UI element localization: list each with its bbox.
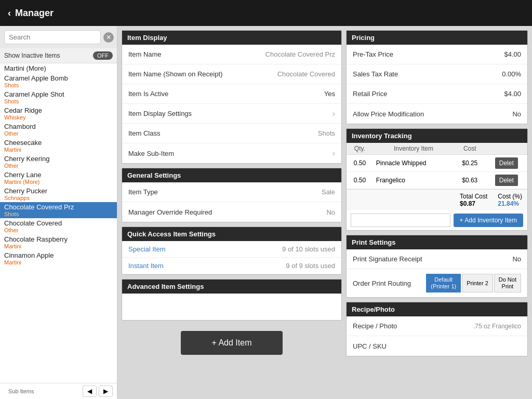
item-sub: Martini bbox=[4, 147, 113, 153]
add-item-bar: + Add Item bbox=[122, 325, 342, 361]
do-not-print-button[interactable]: Do Not Print bbox=[494, 274, 521, 292]
recipe-header: Recipe/Photo bbox=[347, 302, 527, 316]
receipt-name-row[interactable]: Item Name (Shown on Receipt) Chocolate C… bbox=[122, 64, 341, 84]
item-class-row[interactable]: Item Class Shots bbox=[122, 124, 341, 143]
general-settings-header: General Settings bbox=[122, 168, 341, 182]
list-item[interactable]: Martini (More) bbox=[0, 63, 117, 73]
list-item[interactable]: Cherry KeeringOther bbox=[0, 154, 117, 170]
special-item-row[interactable]: Special Item 9 of 10 slots used bbox=[122, 241, 341, 258]
delete-button[interactable]: Delet bbox=[495, 157, 518, 169]
nav-prev-button[interactable]: ◀ bbox=[83, 385, 97, 397]
recipe-value: .75 oz Frangelico bbox=[473, 323, 521, 330]
delete-button[interactable]: Delet bbox=[495, 175, 518, 186]
list-item[interactable]: ChambordOther bbox=[0, 122, 117, 138]
tax-rate-value: 0.00% bbox=[502, 70, 521, 78]
retail-price-label: Retail Price bbox=[353, 90, 387, 98]
search-bar: ✕ bbox=[0, 26, 117, 48]
advanced-settings-section: Advanced Item Settings bbox=[122, 279, 342, 321]
back-button[interactable]: ‹ bbox=[8, 8, 11, 19]
inv-qty: 0.50 bbox=[347, 155, 373, 172]
toggle-row: Show Inactive Items OFF bbox=[0, 48, 117, 63]
inv-cost: $0.63 bbox=[454, 172, 485, 189]
item-sub: Whiskey bbox=[4, 114, 113, 121]
instant-item-row[interactable]: Instant Item 9 of 9 slots used bbox=[122, 258, 341, 274]
list-item[interactable]: Chocolate Covered PrzShots bbox=[0, 202, 117, 218]
inventory-section: Inventory Tracking Qty. Inventory Item C… bbox=[346, 128, 528, 231]
item-sub: Shots bbox=[4, 211, 113, 217]
search-input[interactable] bbox=[4, 30, 101, 44]
recipe-label: Recipe / Photo bbox=[353, 322, 397, 330]
item-name: Chambord bbox=[4, 123, 113, 130]
item-sub: Other bbox=[4, 130, 113, 137]
recipe-row[interactable]: Recipe / Photo .75 oz Frangelico bbox=[347, 316, 527, 336]
nav-next-button[interactable]: ▶ bbox=[99, 385, 113, 397]
item-active-label: Item Is Active bbox=[128, 90, 168, 98]
display-settings-row[interactable]: Item Display Settings › bbox=[122, 104, 341, 124]
item-sub: Martini bbox=[4, 259, 113, 265]
item-name: Caramel Apple Bomb bbox=[4, 74, 113, 82]
retail-price-row[interactable]: Retail Price $4.00 bbox=[347, 84, 527, 104]
price-mod-row[interactable]: Allow Price Modification No bbox=[347, 104, 527, 124]
print-settings-section: Print Settings Print Signature Receipt N… bbox=[346, 235, 528, 298]
manager-override-row[interactable]: Manager Override Required No bbox=[122, 202, 341, 222]
right-column: Pricing Pre-Tax Price $4.00 Sales Tax Ra… bbox=[346, 30, 528, 395]
upc-label: UPC / SKU bbox=[353, 342, 387, 350]
search-clear-button[interactable]: ✕ bbox=[103, 32, 114, 43]
inventory-search-input[interactable] bbox=[351, 214, 450, 227]
action-col-header bbox=[485, 143, 527, 155]
cost-col-header: Cost bbox=[454, 143, 485, 155]
print-settings-header: Print Settings bbox=[347, 235, 527, 249]
display-settings-label: Item Display Settings bbox=[128, 110, 192, 117]
item-name: Cheesecake bbox=[4, 139, 113, 147]
receipt-name-label: Item Name (Shown on Receipt) bbox=[128, 70, 222, 78]
item-name: Cherry Pucker bbox=[4, 187, 113, 195]
item-sub: Other bbox=[4, 227, 113, 233]
list-item[interactable]: Cherry LaneMartini (More) bbox=[0, 170, 117, 186]
quick-access-section: Quick Access Item Settings Special Item … bbox=[122, 227, 342, 275]
list-item[interactable]: Chocolate CoveredOther bbox=[0, 218, 117, 234]
pretax-price-value: $4.00 bbox=[504, 50, 521, 58]
default-printer-button[interactable]: Default (Printer 1) bbox=[426, 274, 461, 292]
item-name: Cinnamon Apple bbox=[4, 251, 113, 259]
list-item[interactable]: Chocolate RaspberryMartini bbox=[0, 234, 117, 250]
item-col-header: Inventory Item bbox=[373, 143, 454, 155]
signature-receipt-label: Print Signature Receipt bbox=[353, 255, 422, 263]
item-name-row[interactable]: Item Name Chocolate Covered Prz bbox=[122, 45, 341, 64]
general-settings-section: General Settings Item Type Sale Manager … bbox=[122, 168, 342, 222]
sub-item-row[interactable]: Make Sub-Item › bbox=[122, 143, 341, 163]
item-name-value: Chocolate Covered Prz bbox=[265, 50, 335, 58]
item-name: Cherry Keering bbox=[4, 155, 113, 163]
list-item[interactable]: CheesecakeMartini bbox=[0, 138, 117, 154]
manager-override-value: No bbox=[326, 208, 335, 216]
add-inventory-button[interactable]: + Add Inventory Item bbox=[454, 214, 523, 227]
item-sub: Shots bbox=[4, 98, 113, 104]
sub-item-label: Make Sub-Item bbox=[128, 150, 174, 157]
item-name: Chocolate Covered bbox=[4, 219, 113, 227]
item-type-value: Sale bbox=[322, 188, 335, 196]
inactive-toggle[interactable]: OFF bbox=[93, 51, 113, 60]
item-name: Chocolate Covered Prz bbox=[4, 203, 113, 211]
inv-qty: 0.50 bbox=[347, 172, 373, 189]
pretax-price-label: Pre-Tax Price bbox=[353, 50, 393, 58]
pretax-price-row[interactable]: Pre-Tax Price $4.00 bbox=[347, 45, 527, 64]
signature-receipt-row[interactable]: Print Signature Receipt No bbox=[347, 249, 527, 269]
list-item[interactable]: Cinnamon AppleMartini bbox=[0, 250, 117, 267]
list-item[interactable]: Cherry PuckerSchnapps bbox=[0, 186, 117, 202]
list-item[interactable]: Caramel Apple BombShots bbox=[0, 73, 117, 89]
item-name: Chocolate Raspberry bbox=[4, 235, 113, 243]
upc-row[interactable]: UPC / SKU bbox=[347, 336, 527, 356]
item-active-row[interactable]: Item Is Active Yes bbox=[122, 84, 341, 104]
item-sub: Martini bbox=[4, 243, 113, 249]
page-title: Manager bbox=[15, 8, 54, 19]
list-item[interactable]: Caramel Apple ShotShots bbox=[0, 89, 117, 105]
retail-price-value: $4.00 bbox=[504, 90, 521, 98]
tax-rate-row[interactable]: Sales Tax Rate 0.00% bbox=[347, 64, 527, 84]
list-item[interactable]: Cedar RidgeWhiskey bbox=[0, 105, 117, 122]
item-class-value: Shots bbox=[318, 129, 335, 137]
printer2-button[interactable]: Printer 2 bbox=[462, 274, 493, 292]
special-item-value: 9 of 10 slots used bbox=[282, 245, 335, 253]
inventory-row: 0.50 Pinnacle Whipped $0.25 Delet bbox=[347, 155, 527, 172]
item-name-label: Item Name bbox=[128, 50, 162, 58]
item-type-row[interactable]: Item Type Sale bbox=[122, 182, 341, 202]
add-item-button[interactable]: + Add Item bbox=[181, 331, 283, 355]
